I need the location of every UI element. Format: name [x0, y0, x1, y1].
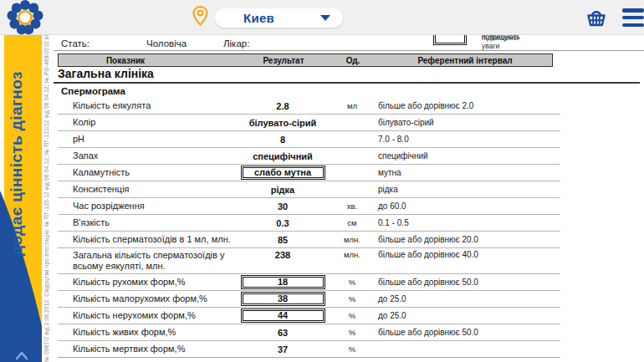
table-row: Кількість рухомих форм,% 18 18 % більше …: [58, 274, 560, 291]
unit-value: %: [327, 328, 377, 337]
col-unit: Од.: [328, 56, 378, 65]
header-divider: [54, 50, 644, 51]
unit-value: %: [327, 344, 377, 354]
reference-interval: більше або дорівнює 20.0: [377, 235, 560, 245]
unit-value: мл: [327, 101, 377, 110]
result-value: 38 38: [238, 292, 327, 306]
reference-interval: більше або дорівнює 40.0: [377, 248, 560, 260]
hamburger-menu-icon[interactable]: [622, 8, 644, 27]
table-row: Консистенція рідка рідка рідка: [58, 181, 560, 198]
col-result: Результат: [239, 56, 328, 65]
table-header: Показник Результат Од. Референтний інтер…: [58, 54, 553, 67]
subsection-title: Спермограма: [61, 86, 125, 96]
sex-value: Чоловіча: [146, 38, 187, 48]
result-value: 30 30: [238, 201, 327, 212]
indicator-name: pH: [58, 134, 238, 145]
result-value: рідка рідка: [238, 185, 327, 195]
table-row: Кількість еякулята 2.8 2.8 мл більше або…: [58, 98, 560, 115]
attention-box-icon: 44: [241, 308, 325, 323]
patient-info-row: Стать: Чоловіча Лікар:: [54, 38, 644, 50]
result-value: білувато-сірий білувато-сірий: [238, 118, 327, 128]
attention-box-icon: слабо мутна: [241, 166, 325, 180]
indicator-name: Загальна кількість сперматозоїдів у всьо…: [58, 248, 238, 272]
result-value: 0.3 0.3: [238, 218, 327, 228]
indicator-name: Кількість живих форм,%: [58, 327, 238, 338]
indicator-name: Каламутність: [58, 167, 238, 178]
unit-value: %: [327, 294, 377, 303]
reference-interval: рідка: [377, 185, 560, 195]
report-area: Стать: Чоловіча Лікар: що потребують під…: [54, 35, 644, 362]
reference-interval: мутна: [377, 168, 560, 178]
table-row: Колір білувато-сірий білувато-сірий білу…: [58, 115, 560, 131]
unit-value: см: [327, 218, 377, 227]
reference-interval: більше або дорівнює 50.0: [377, 328, 560, 338]
table-row: Запах специфічний специфічний специфічни…: [58, 148, 560, 165]
table-row: Кількість сперматозоїдів в 1 мл, млн. 85…: [58, 232, 560, 248]
certificate-text: № 0967/2 від 2.08.2012. Свідоцтва про ат…: [43, 0, 49, 362]
unit-value: млн.: [327, 235, 377, 244]
indicator-name: Колір: [58, 117, 238, 128]
indicator-name: Кількість нерухомих форм,%: [58, 310, 238, 321]
table-row: Кількість мертвих форм,% 37 37 %: [58, 341, 560, 358]
indicator-name: Кількість мертвих форм,%: [58, 344, 238, 354]
indicator-name: Консистенція: [58, 184, 238, 195]
table-row: Час розрідження 30 30 хв. до 60.0: [58, 198, 560, 215]
chevron-down-icon: [320, 15, 330, 21]
unit-value: хв.: [327, 201, 377, 211]
doctor-label: Лікар:: [223, 38, 249, 48]
reference-interval: 0.1 - 0.5: [377, 218, 560, 228]
attention-box-icon: 18: [241, 275, 325, 289]
unit-value: %: [327, 311, 377, 320]
dila-flower-logo[interactable]: [6, 0, 44, 35]
reference-interval: 7.0 - 8.0: [377, 135, 560, 145]
unit-value: %: [327, 278, 377, 287]
location-pin-icon: [191, 5, 210, 30]
lab-results-page: Киев додає цінність діагноз: [0, 0, 644, 362]
reference-interval: більше або дорівнює 2.0: [377, 101, 560, 111]
table-row: В'язкість 0.3 0.3 см 0.1 - 0.5: [58, 215, 560, 232]
result-value: 37 37: [238, 344, 327, 354]
table-row: Каламутність слабо мутна слабо мутна мут…: [58, 165, 560, 181]
legend-line2: підвищеної уваги: [482, 33, 519, 50]
unit-value: млн.: [327, 248, 377, 259]
result-value: 2.8 2.8: [238, 101, 327, 111]
result-value: 238 238: [238, 248, 327, 260]
results-table: Кількість еякулята 2.8 2.8 мл більше або…: [58, 98, 560, 358]
indicator-name: Кількість сперматозоїдів в 1 мл, млн.: [58, 234, 238, 245]
table-row: Кількість живих форм,% 63 63 % більше аб…: [58, 324, 560, 341]
result-value: 63 63: [238, 328, 327, 338]
reference-interval: більше або дорівнює 50.0: [377, 278, 560, 288]
indicator-name: В'язкість: [58, 217, 238, 228]
sex-label: Стать:: [61, 38, 89, 48]
scroll-top-chevron-icon[interactable]: [15, 349, 28, 362]
reference-interval: специфічний: [377, 151, 560, 161]
reference-interval: до 25.0: [377, 294, 560, 304]
certificate-strip: № 0967/2 від 2.08.2012. Свідоцтва про ат…: [42, 35, 54, 362]
indicator-name: Кількість еякулята: [58, 100, 238, 111]
table-row: pH 8 8 7.0 - 8.0: [58, 131, 560, 148]
result-value: слабо мутна слабо мутна: [238, 166, 327, 180]
indicator-name: Кількість рухомих форм,%: [58, 277, 238, 288]
indicator-name: Час розрідження: [58, 201, 238, 212]
result-value: специфічний специфічний: [238, 151, 327, 161]
attention-box-icon: 38: [241, 292, 325, 306]
col-indicator: Показник: [59, 56, 239, 65]
brand-ribbon: додає цінність діагноз: [0, 35, 42, 362]
city-selector[interactable]: Киев: [215, 8, 343, 28]
reference-interval: до 25.0: [377, 311, 560, 321]
city-label: Киев: [243, 11, 274, 25]
basket-icon[interactable]: [584, 5, 609, 30]
indicator-name: Запах: [58, 150, 238, 161]
brand-slogan: додає цінність діагноз: [8, 71, 26, 256]
result-value: 85 85: [238, 235, 327, 245]
reference-interval: білувато-сірий: [377, 118, 560, 128]
col-reference: Референтний інтервал: [378, 56, 552, 65]
result-value: 18 18: [238, 275, 327, 289]
table-row: Кількість малорухомих форм,% 38 38 % до …: [58, 291, 560, 308]
app-header: Киев: [0, 0, 644, 35]
reference-interval: до 60.0: [377, 201, 560, 212]
table-row: Загальна кількість сперматозоїдів у всьо…: [58, 248, 560, 274]
section-title: Загальна клініка: [54, 67, 640, 84]
result-value: 44 44: [238, 308, 327, 323]
table-row: Кількість нерухомих форм,% 44 44 % до 25…: [58, 308, 560, 324]
